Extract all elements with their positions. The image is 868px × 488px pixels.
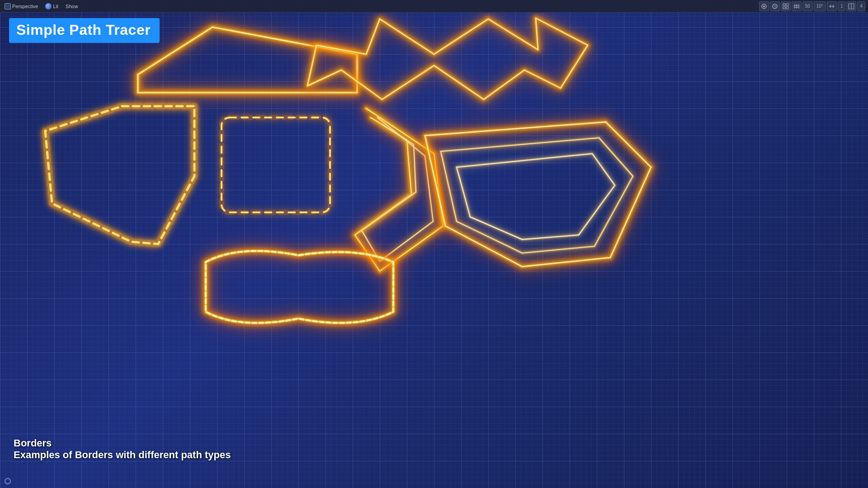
svg-rect-7 xyxy=(783,7,785,9)
bottom-category: Borders xyxy=(14,437,231,449)
svg-rect-0 xyxy=(222,117,330,212)
svg-rect-5 xyxy=(783,4,785,6)
bottom-description: Examples of Borders with different path … xyxy=(14,449,231,461)
svg-rect-6 xyxy=(786,4,788,6)
toolbar-btn-grid[interactable] xyxy=(792,1,802,11)
perspective-label: Perspective xyxy=(12,4,38,9)
toolbar-btn-4[interactable]: 4 xyxy=(857,1,865,11)
lit-toggle[interactable]: Lit xyxy=(42,2,61,10)
toolbar-btn-angle[interactable]: 10° xyxy=(814,1,826,11)
toolbar-btn-camera[interactable] xyxy=(759,1,769,11)
lit-label: Lit xyxy=(53,4,58,9)
lit-icon xyxy=(45,3,52,9)
toolbar-left: Perspective Lit Show xyxy=(0,2,81,10)
toolbar-btn-scale[interactable] xyxy=(827,1,837,11)
toolbar: Perspective Lit Show 5 xyxy=(0,0,868,13)
viewport: Perspective Lit Show 5 xyxy=(0,0,868,488)
toolbar-btn-settings[interactable] xyxy=(781,1,791,11)
fps-value: 50 xyxy=(805,4,810,9)
bottom-text: Borders Examples of Borders with differe… xyxy=(14,437,231,461)
toolbar-btn-realtime[interactable] xyxy=(770,1,780,11)
title-text: Simple Path Tracer xyxy=(16,22,151,38)
svg-rect-1 xyxy=(222,117,330,212)
perspective-icon xyxy=(5,3,11,9)
show-toggle[interactable]: Show xyxy=(63,3,81,10)
toolbar-btn-50[interactable]: 50 xyxy=(802,1,813,11)
paths-canvas xyxy=(0,0,868,488)
toolbar-btn-1[interactable]: 1 xyxy=(838,1,846,11)
show-label: Show xyxy=(66,4,78,9)
svg-rect-8 xyxy=(786,7,788,9)
svg-point-3 xyxy=(763,5,765,7)
title-banner: Simple Path Tracer xyxy=(9,18,160,43)
toolbar-btn-layout[interactable] xyxy=(846,1,856,11)
toolbar-right: 50 10° 1 4 xyxy=(759,1,868,11)
perspective-toggle[interactable]: Perspective xyxy=(2,2,41,10)
angle-value: 10° xyxy=(816,4,823,9)
corner-dot xyxy=(5,478,11,484)
